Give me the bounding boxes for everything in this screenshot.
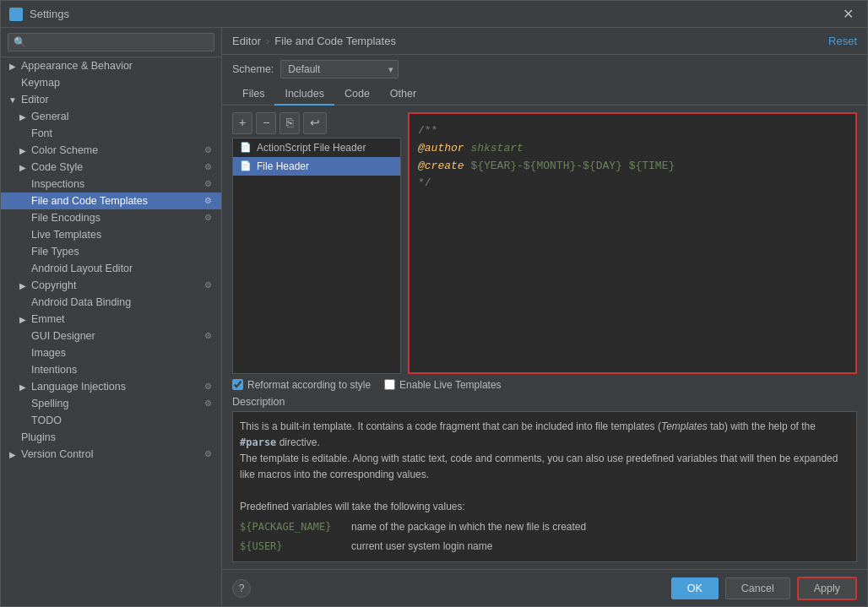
sidebar-item-language-injections[interactable]: Language Injections⚙ [1,378,221,395]
breadcrumb-current: File and Code Templates [274,35,396,47]
sidebar-item-copyright[interactable]: Copyright⚙ [1,277,221,294]
desc-var-user-name: ${USER} [240,539,341,555]
settings-icon-code-style: ⚙ [204,162,214,172]
sidebar-item-images[interactable]: Images [1,344,221,361]
tab-files[interactable]: Files [232,84,274,106]
settings-icon-spelling: ⚙ [204,398,214,409]
sidebar-item-keymap[interactable]: Keymap [1,74,221,91]
sidebar-item-live-templates[interactable]: Live Templates [1,226,221,243]
add-template-button[interactable]: + [232,112,252,134]
sidebar-item-editor[interactable]: Editor [1,91,221,108]
sidebar-item-label-color-scheme: Color Scheme [31,144,201,156]
sidebar-item-android-data-binding[interactable]: Android Data Binding [1,294,221,311]
tab-code[interactable]: Code [334,84,380,106]
sidebar-item-file-code-templates[interactable]: File and Code Templates⚙ [1,192,221,209]
tabs-bar: Files Includes Code Other [222,84,867,106]
sidebar-item-todo[interactable]: TODO [1,412,221,429]
apply-button[interactable]: Apply [797,577,857,600]
sidebar-item-general[interactable]: General [1,108,221,125]
sidebar-item-file-encodings[interactable]: File Encodings⚙ [1,209,221,226]
code-editor-wrapper: /** @author shkstart @create ${YEAR}-${M… [408,112,857,374]
template-list-wrapper: + − ⎘ ↩ 📄 ActionScript File Header 📄 [232,112,401,374]
right-panel: Editor › File and Code Templates Reset S… [222,28,867,606]
live-templates-checkbox-label[interactable]: Enable Live Templates [384,379,502,391]
arrow-appearance [8,61,18,71]
sidebar-item-label-copyright: Copyright [31,279,201,291]
sidebar-item-file-types[interactable]: File Types [1,243,221,260]
help-button[interactable]: ? [232,579,251,598]
sidebar-item-version-control[interactable]: Version Control⚙ [1,446,221,463]
reset-link[interactable]: Reset [828,35,857,47]
reformat-label: Reformat according to style [247,379,371,391]
breadcrumb-parent: Editor [232,35,261,47]
main-content: Appearance & BehaviorKeymapEditorGeneral… [1,28,867,606]
checkboxes-row: Reformat according to style Enable Live … [232,374,857,396]
breadcrumb: Editor › File and Code Templates [232,35,396,47]
scheme-row: Scheme: Default Project [222,55,867,84]
settings-icon-gui-designer: ⚙ [204,331,214,341]
content-area: + − ⎘ ↩ 📄 ActionScript File Header 📄 [222,106,867,569]
sidebar-item-spelling[interactable]: Spelling⚙ [1,395,221,412]
settings-icon-file-encodings: ⚙ [204,213,214,223]
arrow-emmet [18,314,28,324]
remove-template-button[interactable]: − [256,112,276,134]
title-bar: Settings ✕ [1,1,867,28]
desc-code-parse: #parse [240,436,276,448]
sidebar-item-font[interactable]: Font [1,125,221,142]
sidebar-item-label-general: General [31,111,214,122]
copy-template-button[interactable]: ⎘ [279,112,300,134]
sidebar-item-android-layout-editor[interactable]: Android Layout Editor [1,260,221,277]
tab-includes[interactable]: Includes [274,84,334,106]
sidebar-item-gui-designer[interactable]: GUI Designer⚙ [1,328,221,344]
close-button[interactable]: ✕ [838,4,859,24]
arrow-editor [8,95,18,105]
file-icon: 📄 [240,160,252,172]
ok-button[interactable]: OK [671,577,719,599]
arrow-general [18,111,28,122]
sidebar-item-inspections[interactable]: Inspections⚙ [1,176,221,192]
file-icon: 📄 [240,142,252,154]
reformat-checkbox-label[interactable]: Reformat according to style [232,379,371,391]
template-item-fileheader[interactable]: 📄 File Header [233,157,400,176]
code-line-2: @author shkstart [418,140,847,158]
reformat-checkbox[interactable] [232,379,243,390]
tab-other[interactable]: Other [380,84,426,106]
desc-var-package-name: ${PACKAGE_NAME} [240,519,341,535]
sidebar-item-label-file-types: File Types [31,246,214,257]
search-input[interactable] [8,33,214,51]
sidebar-item-plugins[interactable]: Plugins [1,429,221,446]
sidebar-item-code-style[interactable]: Code Style⚙ [1,159,221,176]
sidebar: Appearance & BehaviorKeymapEditorGeneral… [1,28,222,606]
sidebar-item-intentions[interactable]: Intentions [1,361,221,378]
sidebar-item-label-code-style: Code Style [31,161,201,173]
sidebar-item-label-todo: TODO [31,415,214,426]
undo-template-button[interactable]: ↩ [303,112,327,134]
sidebar-item-label-emmet: Emmet [31,313,214,325]
settings-icon-color-scheme: ⚙ [204,145,214,155]
sidebar-item-appearance[interactable]: Appearance & Behavior [1,57,221,74]
sidebar-item-label-font: Font [31,127,214,139]
sidebar-item-label-appearance: Appearance & Behavior [21,60,214,72]
arrow-language-injections [18,382,28,392]
description-box: This is a built-in template. It contains… [232,411,857,563]
desc-var-package-desc: name of the package in which the new fil… [351,519,586,535]
scheme-select-wrapper: Default Project [280,60,399,79]
settings-window: Settings ✕ Appearance & BehaviorKeymapEd… [0,0,868,607]
sidebar-item-label-spelling: Spelling [31,398,201,409]
sidebar-item-emmet[interactable]: Emmet [1,311,221,328]
code-editor[interactable]: /** @author shkstart @create ${YEAR}-${M… [408,112,857,374]
sidebar-item-color-scheme[interactable]: Color Scheme⚙ [1,142,221,159]
desc-var-row-1: ${PACKAGE_NAME} name of the package in w… [240,519,849,535]
live-templates-checkbox[interactable] [384,379,395,390]
template-item-actionscript[interactable]: 📄 ActionScript File Header [233,138,400,157]
code-line-4: */ [418,175,847,192]
sidebar-item-label-intentions: Intentions [31,364,214,376]
template-item-label: File Header [257,160,309,172]
cancel-button[interactable]: Cancel [725,577,790,599]
template-item-label: ActionScript File Header [257,142,366,154]
template-list: 📄 ActionScript File Header 📄 File Header [232,138,401,374]
arrow-color-scheme [18,145,28,155]
desc-var-row-2: ${USER} current user system login name [240,539,849,555]
breadcrumb-bar: Editor › File and Code Templates Reset [222,28,867,55]
scheme-select[interactable]: Default Project [280,60,399,79]
